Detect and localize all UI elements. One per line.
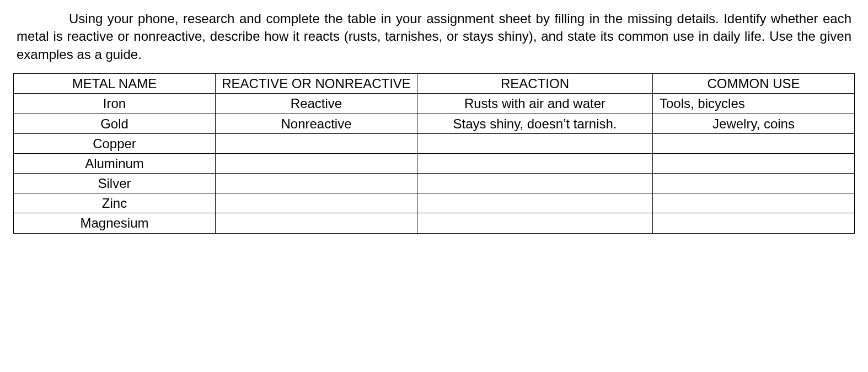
cell-reaction <box>417 153 653 173</box>
cell-reaction: Stays shiny, doesn’t tarnish. <box>417 114 653 133</box>
cell-reaction <box>417 174 653 193</box>
cell-reactive <box>216 213 417 233</box>
table-row: Zinc <box>14 193 855 213</box>
cell-reactive <box>216 153 417 173</box>
cell-metal-name: Magnesium <box>14 213 216 233</box>
header-metal-name: METAL NAME <box>14 74 216 94</box>
table-header-row: METAL NAME REACTIVE OR NONREACTIVE REACT… <box>14 74 855 94</box>
cell-common-use <box>653 213 855 233</box>
cell-common-use: Jewelry, coins <box>653 114 855 133</box>
cell-metal-name: Zinc <box>14 193 216 213</box>
cell-reaction <box>417 193 653 213</box>
table-row: GoldNonreactiveStays shiny, doesn’t tarn… <box>14 114 855 133</box>
cell-reactive <box>216 133 417 153</box>
cell-reactive: Reactive <box>216 94 417 114</box>
cell-metal-name: Gold <box>14 114 216 133</box>
cell-common-use <box>653 153 855 173</box>
table-row: Copper <box>14 133 855 153</box>
cell-reactive <box>216 174 417 193</box>
cell-reaction: Rusts with air and water <box>417 94 653 114</box>
cell-metal-name: Aluminum <box>14 153 216 173</box>
cell-common-use: Tools, bicycles <box>653 94 855 114</box>
cell-reaction <box>417 213 653 233</box>
metals-table: METAL NAME REACTIVE OR NONREACTIVE REACT… <box>13 73 855 234</box>
header-common-use: COMMON USE <box>653 74 855 94</box>
header-reaction: REACTION <box>417 74 653 94</box>
cell-common-use <box>653 193 855 213</box>
cell-metal-name: Iron <box>14 94 216 114</box>
table-row: IronReactiveRusts with air and waterTool… <box>14 94 855 114</box>
cell-common-use <box>653 133 855 153</box>
cell-reactive <box>216 193 417 213</box>
table-row: Silver <box>14 174 855 193</box>
cell-metal-name: Silver <box>14 174 216 193</box>
table-row: Magnesium <box>14 213 855 233</box>
cell-common-use <box>653 174 855 193</box>
instructions-text: Using your phone, research and complete … <box>17 11 851 62</box>
cell-reactive: Nonreactive <box>216 114 417 133</box>
assignment-instructions: Using your phone, research and complete … <box>13 10 855 63</box>
table-row: Aluminum <box>14 153 855 173</box>
cell-reaction <box>417 133 653 153</box>
cell-metal-name: Copper <box>14 133 216 153</box>
header-reactive: REACTIVE OR NONREACTIVE <box>216 74 417 94</box>
